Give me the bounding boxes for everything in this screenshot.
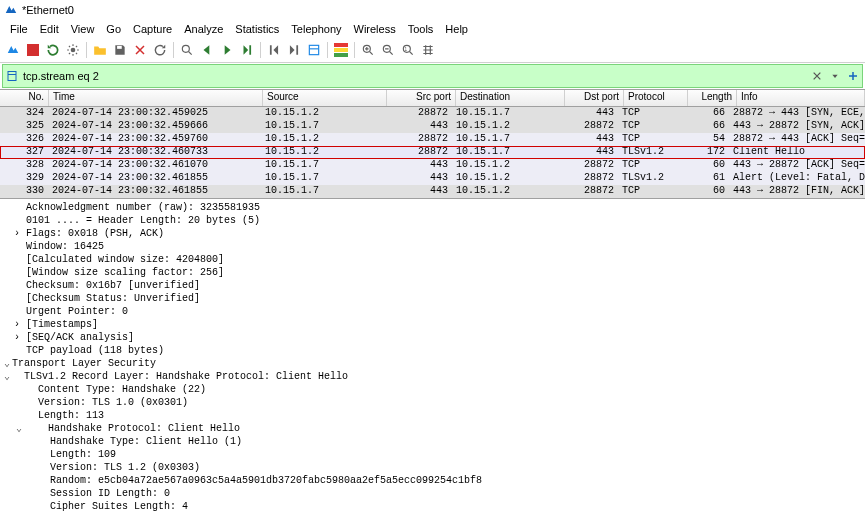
- resize-columns-button[interactable]: [419, 41, 437, 59]
- column-time[interactable]: Time: [49, 90, 263, 106]
- menu-wireless[interactable]: Wireless: [348, 21, 402, 37]
- auto-scroll-button[interactable]: [305, 41, 323, 59]
- menu-edit[interactable]: Edit: [34, 21, 65, 37]
- detail-hproto[interactable]: ⌄ Handshake Protocol: Client Hello: [0, 422, 865, 435]
- svg-rect-5: [334, 43, 348, 47]
- detail-payload[interactable]: TCP payload (118 bytes): [0, 344, 865, 357]
- column-no[interactable]: No.: [0, 90, 49, 106]
- detail-len109[interactable]: Length: 109: [0, 448, 865, 461]
- column-source[interactable]: Source: [263, 90, 387, 106]
- zoom-out-button[interactable]: [379, 41, 397, 59]
- detail-htype[interactable]: Handshake Type: Client Hello (1): [0, 435, 865, 448]
- menu-telephony[interactable]: Telephony: [285, 21, 347, 37]
- open-file-button[interactable]: [91, 41, 109, 59]
- svg-rect-7: [334, 53, 348, 57]
- menu-statistics[interactable]: Statistics: [229, 21, 285, 37]
- packet-row[interactable]: 3282024-07-14 23:00:32.46107010.15.1.744…: [0, 159, 865, 172]
- packet-row[interactable]: 3262024-07-14 23:00:32.45976010.15.1.228…: [0, 133, 865, 146]
- packet-row[interactable]: 3252024-07-14 23:00:32.45966610.15.1.744…: [0, 120, 865, 133]
- window-titlebar: *Ethernet0: [0, 0, 865, 20]
- packet-list-body[interactable]: 3242024-07-14 23:00:32.45902510.15.1.228…: [0, 107, 865, 198]
- svg-point-3: [182, 45, 189, 52]
- packet-row[interactable]: 3292024-07-14 23:00:32.46185510.15.1.744…: [0, 172, 865, 185]
- column-dest[interactable]: Destination: [456, 90, 565, 106]
- capture-options-button[interactable]: [64, 41, 82, 59]
- colorize-button[interactable]: [332, 41, 350, 59]
- detail-random[interactable]: Random: e5cb04a72ae567a0963c5a4a5901db37…: [0, 474, 865, 487]
- add-filter-button[interactable]: [844, 70, 862, 82]
- column-dstport[interactable]: Dst port: [565, 90, 624, 106]
- menu-help[interactable]: Help: [439, 21, 474, 37]
- detail-cksum-st[interactable]: [Checksum Status: Unverified]: [0, 292, 865, 305]
- go-back-button[interactable]: [198, 41, 216, 59]
- svg-rect-6: [334, 48, 348, 52]
- detail-record[interactable]: ⌄ TLSv1.2 Record Layer: Handshake Protoc…: [0, 370, 865, 383]
- zoom-in-button[interactable]: [359, 41, 377, 59]
- restart-capture-button[interactable]: [44, 41, 62, 59]
- go-first-button[interactable]: [265, 41, 283, 59]
- svg-text:1: 1: [405, 47, 408, 52]
- packet-list-pane: No. Time Source Src port Destination Dst…: [0, 89, 865, 198]
- caret-down-icon: ⌄: [2, 357, 12, 370]
- detail-ctype[interactable]: Content Type: Handshake (22): [0, 383, 865, 396]
- detail-len113[interactable]: Length: 113: [0, 409, 865, 422]
- column-srcport[interactable]: Src port: [387, 90, 456, 106]
- go-last-button[interactable]: [285, 41, 303, 59]
- find-packet-button[interactable]: [178, 41, 196, 59]
- detail-sid[interactable]: Session ID Length: 0: [0, 487, 865, 500]
- svg-rect-4: [309, 45, 318, 54]
- packet-details-pane[interactable]: Acknowledgment number (raw): 3235581935 …: [0, 198, 865, 511]
- menu-capture[interactable]: Capture: [127, 21, 178, 37]
- detail-hdr-len[interactable]: 0101 .... = Header Length: 20 bytes (5): [0, 214, 865, 227]
- bookmark-filter-icon[interactable]: [3, 70, 21, 82]
- detail-timestamps[interactable]: › [Timestamps]: [0, 318, 865, 331]
- start-capture-button[interactable]: [4, 41, 22, 59]
- clear-filter-button[interactable]: [808, 71, 826, 81]
- detail-checksum[interactable]: Checksum: 0x16b7 [unverified]: [0, 279, 865, 292]
- detail-tls[interactable]: ⌄Transport Layer Security: [0, 357, 865, 370]
- svg-rect-2: [117, 46, 122, 49]
- filter-dropdown-button[interactable]: [826, 72, 844, 80]
- column-length[interactable]: Length: [688, 90, 737, 106]
- menu-go[interactable]: Go: [100, 21, 127, 37]
- detail-cslen[interactable]: Cipher Suites Length: 4: [0, 500, 865, 511]
- display-filter-bar: [2, 64, 863, 88]
- main-toolbar: 1: [0, 38, 865, 63]
- stop-capture-button[interactable]: [24, 41, 42, 59]
- reload-file-button[interactable]: [151, 41, 169, 59]
- detail-urgent[interactable]: Urgent Pointer: 0: [0, 305, 865, 318]
- menubar: File Edit View Go Capture Analyze Statis…: [0, 20, 865, 38]
- detail-win-scale[interactable]: [Window size scaling factor: 256]: [0, 266, 865, 279]
- packet-row[interactable]: 3242024-07-14 23:00:32.45902510.15.1.228…: [0, 107, 865, 120]
- column-info[interactable]: Info: [737, 90, 865, 106]
- menu-analyze[interactable]: Analyze: [178, 21, 229, 37]
- detail-ver12[interactable]: Version: TLS 1.2 (0x0303): [0, 461, 865, 474]
- close-file-button[interactable]: [131, 41, 149, 59]
- detail-ack-raw[interactable]: Acknowledgment number (raw): 3235581935: [0, 201, 865, 214]
- detail-calc-win[interactable]: [Calculated window size: 4204800]: [0, 253, 865, 266]
- display-filter-input[interactable]: [21, 70, 808, 82]
- caret-down-icon: ⌄: [14, 422, 24, 435]
- caret-down-icon: ⌄: [2, 370, 12, 383]
- window-title: *Ethernet0: [22, 4, 74, 16]
- detail-ver10[interactable]: Version: TLS 1.0 (0x0301): [0, 396, 865, 409]
- zoom-reset-button[interactable]: 1: [399, 41, 417, 59]
- packet-list-header: No. Time Source Src port Destination Dst…: [0, 90, 865, 107]
- svg-rect-0: [27, 44, 39, 56]
- svg-rect-12: [8, 72, 16, 81]
- menu-file[interactable]: File: [4, 21, 34, 37]
- go-to-packet-button[interactable]: [238, 41, 256, 59]
- packet-row[interactable]: 3302024-07-14 23:00:32.46185510.15.1.744…: [0, 185, 865, 198]
- packet-row[interactable]: 3272024-07-14 23:00:32.46073310.15.1.228…: [0, 146, 865, 159]
- app-icon: [4, 3, 22, 17]
- column-protocol[interactable]: Protocol: [624, 90, 688, 106]
- go-forward-button[interactable]: [218, 41, 236, 59]
- menu-view[interactable]: View: [65, 21, 101, 37]
- detail-window[interactable]: Window: 16425: [0, 240, 865, 253]
- detail-seqack[interactable]: › [SEQ/ACK analysis]: [0, 331, 865, 344]
- save-file-button[interactable]: [111, 41, 129, 59]
- menu-tools[interactable]: Tools: [402, 21, 440, 37]
- detail-flags[interactable]: › Flags: 0x018 (PSH, ACK): [0, 227, 865, 240]
- svg-point-1: [71, 48, 76, 53]
